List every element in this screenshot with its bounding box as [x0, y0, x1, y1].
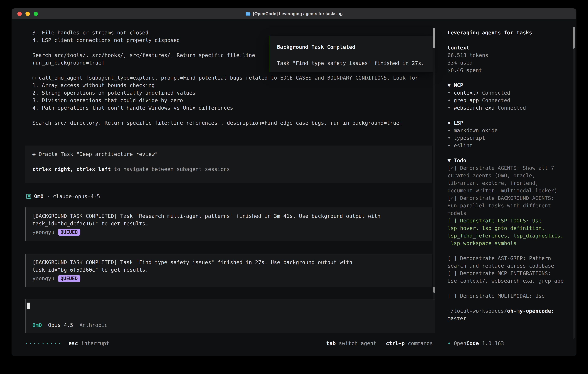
sidebar-line: Context — [448, 44, 570, 52]
bullet-icon: • — [448, 97, 454, 103]
window-title-text: [OpenCode] Leveraging agents for tasks — [253, 11, 336, 16]
sidebar-line: ▼ Todo — [448, 157, 570, 164]
message-line: task_id="bg_dcfac161" to get results. — [32, 220, 425, 227]
text-cursor — [27, 302, 30, 309]
transcript-line: 2. String operations on potentially unde… — [32, 89, 439, 97]
maximize-button[interactable] — [33, 11, 38, 16]
bullet-icon: • — [448, 105, 454, 111]
sidebar-line: • grep_app Connected — [448, 97, 570, 104]
sidebar-line — [448, 149, 570, 157]
transcript-line — [32, 112, 439, 119]
transcript-line: 4. Path operations that don't handle Win… — [32, 104, 439, 112]
status-right: tab switch agent ctrl+p commands — [326, 340, 433, 347]
chevron-down-icon: ▼ — [448, 120, 454, 126]
sidebar-line: [ ] Demonstrate MCP INTEGRATIONS: — [448, 270, 570, 277]
chevron-down-icon: ▼ — [448, 82, 454, 88]
notification-title: Background Task Completed — [277, 43, 430, 51]
transcript-scrollbar[interactable] — [433, 28, 435, 300]
prompt-input[interactable]: OmO Opus 4.5 Anthropic — [25, 299, 435, 333]
sidebar-line: curated agents (OmO, oracle, — [448, 172, 570, 179]
transcript-line: 3. Division operations that could divide… — [32, 97, 439, 104]
minimize-button[interactable] — [25, 11, 30, 16]
sidebar-line: • context7 Connected — [448, 89, 570, 97]
gear-icon: ⚙ — [32, 75, 36, 81]
sidebar-line: lsp_workspace_symbols — [448, 239, 570, 247]
oracle-task-panel[interactable]: ◉ Oracle Task "Deep architecture review"… — [25, 145, 432, 183]
sidebar-line: Leveraging agents for tasks — [448, 29, 570, 36]
input-line[interactable] — [26, 302, 435, 310]
sidebar-line — [448, 36, 570, 44]
sidebar-line: [✓] Demonstrate AGENTS: Show all 7 — [448, 164, 570, 172]
sidebar-line: 66,518 tokens — [448, 52, 570, 59]
session-sidebar: Leveraging agents for tasksContext66,518… — [439, 20, 577, 356]
transcript-line: 3. File handles or streams not closed — [32, 29, 439, 36]
oracle-line: ctrl+x right, ctrl+x left to navigate be… — [32, 166, 425, 173]
background-task-message[interactable]: [BACKGROUND TASK COMPLETED] Task "Resear… — [25, 208, 432, 241]
message-line: [BACKGROUND TASK COMPLETED] Task "Find t… — [32, 259, 425, 266]
sidebar-line: • websearch_exa Connected — [448, 104, 570, 112]
bullet-icon: • — [448, 143, 454, 148]
sidebar-scrollbar[interactable] — [573, 27, 575, 339]
terminal-window: [OpenCode] Leveraging agents for tasks ◐… — [11, 8, 577, 356]
version-line: • OpenCode 1.0.163 — [448, 340, 504, 347]
sidebar-line: master — [448, 315, 570, 322]
message-footer: yeongyuQUEUED — [32, 275, 425, 282]
window-controls — [17, 8, 38, 19]
sidebar-line — [448, 74, 570, 82]
sidebar-content: Leveraging agents for tasksContext66,518… — [448, 29, 570, 322]
bullet-icon: • — [448, 135, 454, 141]
oracle-line: ◉ Oracle Task "Deep architecture review" — [32, 150, 425, 158]
status-left: ········· esc interrupt — [25, 340, 109, 347]
sidebar-line: [✓] Demonstrate BACKGROUND AGENTS: — [448, 194, 570, 202]
status-bar: ········· esc interrupt tab switch agent… — [25, 340, 433, 347]
sidebar-line: • markdown-oxide — [448, 127, 570, 134]
sidebar-line: [ ] Demonstrate LSP TOOLS: Use — [448, 217, 570, 224]
sidebar-line: lsp_find_references, lsp_diagnostics, — [448, 232, 570, 239]
folder-icon — [245, 11, 251, 16]
sidebar-line: ▼ MCP — [448, 82, 570, 89]
scrollbar-thumb[interactable] — [433, 28, 435, 48]
sidebar-line: models — [448, 209, 570, 217]
sidebar-line: • typescript — [448, 134, 570, 142]
notification-body: Task "Find type safety issues" finished … — [277, 59, 430, 67]
bullet-icon: • — [448, 127, 454, 133]
sidebar-line: search and replace across codebase — [448, 262, 570, 270]
sidebar-line: • eslint — [448, 142, 570, 149]
sidebar-line — [448, 285, 570, 292]
target-icon: ◉ — [32, 151, 36, 157]
agent-name-line: OmO · claude-opus-4-5 — [34, 193, 100, 200]
chevron-down-icon: ▼ — [448, 157, 454, 163]
scrollbar-thumb[interactable] — [573, 27, 575, 49]
oracle-line — [32, 158, 425, 166]
sidebar-line: document-writer, multimodal-looker) — [448, 187, 570, 194]
sidebar-line: lsp_hover, lsp_goto_definition, — [448, 224, 570, 232]
sidebar-line: Run parallel tasks with different — [448, 202, 570, 209]
author-name: yeongyu — [32, 229, 54, 236]
sidebar-line: [ ] Demonstrate MULTIMODAL: Use — [448, 292, 570, 300]
sidebar-line: Use context7, websearch_exa, grep_app — [448, 277, 570, 285]
background-task-message[interactable]: [BACKGROUND TASK COMPLETED] Task "Find t… — [25, 254, 432, 287]
message-line: [BACKGROUND TASK COMPLETED] Task "Resear… — [32, 212, 425, 220]
queued-badge: QUEUED — [58, 275, 80, 282]
agent-checkbox-icon — [26, 194, 31, 199]
transcript-line: Search src/ directory. Return specific f… — [32, 119, 439, 127]
message-list: [BACKGROUND TASK COMPLETED] Task "Resear… — [25, 208, 439, 287]
transcript-line: 1. Array access without bounds checking — [32, 82, 439, 89]
activity-dots-icon: ········· — [25, 340, 62, 346]
sidebar-line: $0.46 spent — [448, 67, 570, 74]
sidebar-line: 33% used — [448, 59, 570, 67]
close-button[interactable] — [17, 11, 22, 16]
sidebar-line: ~/local-workspaces/oh-my-opencode: — [448, 307, 570, 315]
author-name: yeongyu — [32, 275, 54, 282]
sidebar-line — [448, 112, 570, 119]
titlebar: [OpenCode] Leveraging agents for tasks ◐ — [11, 8, 577, 19]
chat-pane: 3. File handles or streams not closed4. … — [11, 20, 439, 356]
bullet-icon: • — [448, 340, 454, 346]
sidebar-line: [ ] Demonstrate AST-GREP: Pattern — [448, 255, 570, 262]
sidebar-line: librarian, explore, frontend, — [448, 179, 570, 187]
background-task-notification: Background Task Completed Task "Find typ… — [269, 36, 433, 72]
message-line: task_id="bg_6f59260c" to get results. — [32, 266, 425, 274]
scrollbar-thumb[interactable] — [433, 287, 435, 293]
sidebar-line — [448, 247, 570, 255]
queued-badge: QUEUED — [58, 229, 80, 236]
